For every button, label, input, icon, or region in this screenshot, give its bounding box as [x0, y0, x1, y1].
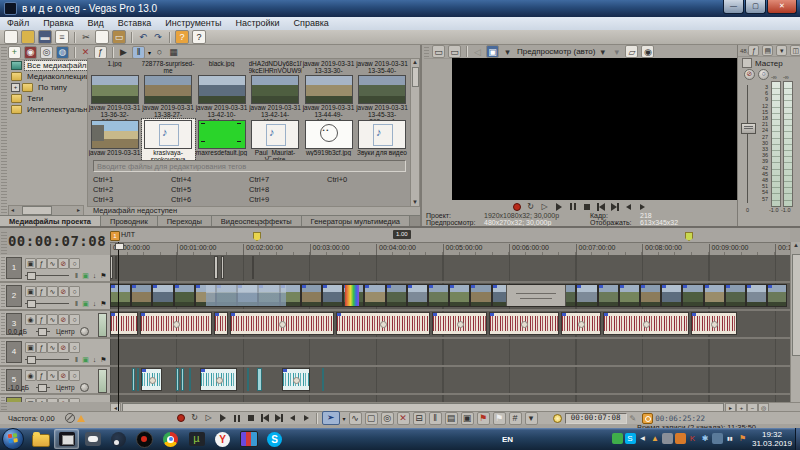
event-center-handle[interactable]	[149, 377, 156, 384]
fade-handle-icon[interactable]	[175, 285, 179, 288]
audio-event[interactable]	[181, 368, 184, 391]
media-item[interactable]: Звуки для видео —	[356, 119, 409, 161]
track-grip[interactable]	[1, 285, 5, 307]
fade-handle-icon[interactable]	[141, 313, 145, 316]
track-4-content[interactable]	[110, 339, 790, 367]
fade-handle-icon[interactable]	[283, 369, 287, 372]
track-volume-text[interactable]: 0,0 дБ	[8, 328, 27, 335]
whats-this-help-icon[interactable]: ?	[192, 30, 206, 44]
audio-event[interactable]	[110, 312, 138, 335]
slider-handle[interactable]	[27, 272, 36, 280]
sidebar-item-smart-bins[interactable]: Интеллектуальные...	[8, 104, 86, 115]
network-icon[interactable]: ▮▮	[725, 433, 736, 444]
fade-handle-icon[interactable]	[662, 285, 666, 288]
timeline-play-button[interactable]	[217, 413, 229, 423]
track-fx-icon[interactable]: ƒ	[36, 314, 47, 325]
taskbar-steam[interactable]	[106, 429, 131, 449]
compositing-mode-icon[interactable]: ▣	[81, 271, 90, 280]
edit-pencil-icon[interactable]: ✎	[630, 414, 637, 423]
slider-handle[interactable]	[27, 300, 36, 308]
event-center-handle[interactable]	[279, 321, 286, 328]
fade-handle-icon[interactable]	[747, 285, 751, 288]
audio-event[interactable]	[140, 312, 212, 335]
track-motion-icon[interactable]: ▣	[25, 286, 36, 297]
mute-button[interactable]: ⊘	[744, 69, 755, 80]
video-event-strip[interactable]	[110, 284, 787, 307]
marker-bar[interactable]: 1НЛТ1.00	[110, 228, 790, 242]
preview-loop-playback-button[interactable]: ↻	[525, 202, 537, 212]
media-item[interactable]: krasivaya-spokoynaya	[142, 119, 195, 161]
preview-next-frame-button[interactable]	[637, 202, 649, 212]
timeline-event[interactable]	[214, 256, 218, 279]
menu-help[interactable]: Справка	[287, 17, 336, 30]
sidebar-item-by-type[interactable]: +По типу	[8, 82, 86, 93]
media-item[interactable]: maxresdefault.jpg	[195, 119, 248, 161]
make-child-icon[interactable]: ↓	[90, 355, 99, 364]
timeline-event[interactable]	[115, 256, 117, 279]
taskbar-discord[interactable]	[80, 429, 105, 449]
audio-event[interactable]	[322, 368, 324, 391]
track-header-5[interactable]: 5◉ƒ∿⊘○-1,0 дБЦентр	[0, 367, 112, 395]
track-header-6[interactable]: 6▣ƒ∿⊘○‖▣↓⚑	[0, 395, 112, 402]
interactive-tutorials-icon[interactable]: ?	[175, 30, 189, 44]
media-item-label[interactable]: javaw 2019-03-31 13-35-40-922.mp4	[356, 60, 409, 74]
mute-icon[interactable]: ⊘	[58, 314, 69, 325]
project-end-timecode[interactable]: 00:06:25:22	[655, 414, 705, 423]
compositing-mode-icon[interactable]: ▣	[81, 355, 90, 364]
media-grid-scrollbar[interactable]: ▲ ▼	[410, 58, 420, 207]
preview-pause-button[interactable]	[567, 202, 579, 212]
fade-handle-icon[interactable]	[111, 285, 115, 288]
solo-icon[interactable]: ○	[69, 258, 80, 269]
fade-handle-icon[interactable]	[153, 285, 157, 288]
downmix-icon[interactable]: ◫	[790, 45, 800, 56]
make-child-icon[interactable]: ↓	[90, 271, 99, 280]
track-motion-icon[interactable]: ▣	[25, 398, 36, 402]
solo-icon[interactable]: ○	[69, 314, 80, 325]
fade-handle-icon[interactable]	[768, 285, 772, 288]
fade-handle-icon[interactable]	[337, 313, 341, 316]
audio-event[interactable]	[189, 368, 191, 391]
event-center-handle[interactable]	[293, 377, 300, 384]
pan-knob[interactable]	[80, 383, 89, 392]
sidebar-item-media-bins[interactable]: Медиаколлекции	[8, 71, 86, 82]
rate-slider-icon[interactable]	[65, 413, 75, 423]
automation-icon[interactable]: ∿	[47, 258, 58, 269]
media-fx-icon[interactable]: ƒ	[94, 46, 107, 59]
preview-play-button[interactable]	[553, 202, 565, 212]
taskbar-clock[interactable]: 19:32 31.03.2019	[752, 430, 792, 448]
scroll-right-arrow[interactable]: ▸	[75, 207, 82, 214]
audio-event[interactable]	[132, 368, 135, 391]
sidebar-item-tags[interactable]: Теги	[8, 93, 86, 104]
timeline-event[interactable]	[252, 256, 254, 279]
tool-dropdown-icon[interactable]: ▾	[343, 415, 346, 422]
track-6-content[interactable]	[110, 395, 790, 402]
timeline-stop-button[interactable]	[245, 413, 257, 423]
overlay-dropdown-icon[interactable]: ▾	[611, 46, 622, 57]
preview-previous-frame-button[interactable]	[623, 202, 635, 212]
timeline-previous-frame-button[interactable]	[287, 413, 299, 423]
taskbar-explorer[interactable]	[28, 429, 53, 449]
fade-handle-icon[interactable]	[433, 313, 437, 316]
fade-handle-icon[interactable]	[599, 285, 603, 288]
display-icon[interactable]	[712, 433, 723, 444]
playhead-handle[interactable]	[115, 243, 124, 250]
event-center-handle[interactable]	[173, 321, 180, 328]
preview-go-to-end-button[interactable]	[609, 202, 621, 212]
track-fx-icon[interactable]: ƒ	[36, 258, 47, 269]
language-indicator[interactable]: EN	[502, 435, 513, 444]
menu-edit[interactable]: Правка	[36, 17, 80, 30]
fade-handle-icon[interactable]	[577, 285, 581, 288]
automation-icon[interactable]: ∿	[47, 342, 58, 353]
taskbar-yandex-browser[interactable]: Y	[210, 429, 235, 449]
fade-handle-icon[interactable]	[231, 313, 235, 316]
cursor-timecode-box[interactable]: 00:00:07:08	[565, 413, 627, 424]
playback-rate-label[interactable]: Частота: 0,00	[8, 414, 55, 423]
track-grip[interactable]	[1, 257, 5, 279]
tray-gray-icon[interactable]	[662, 433, 673, 444]
taskbar-winrar[interactable]	[236, 429, 261, 449]
marker-badge[interactable]: 1.00	[393, 230, 411, 239]
tray-app-icon[interactable]	[612, 433, 623, 444]
track-grip[interactable]	[1, 397, 5, 402]
open-project-icon[interactable]	[21, 30, 35, 44]
media-item-label[interactable]: javaw 2019-03-31 13-33-30-593.mp4	[302, 60, 355, 74]
